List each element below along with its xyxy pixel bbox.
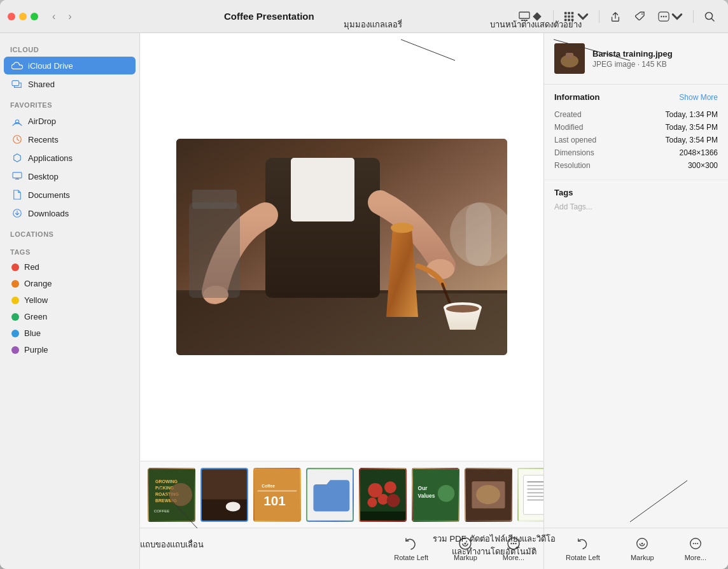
sidebar-item-desktop[interactable]: Desktop [4, 167, 136, 185]
thumbnail-5[interactable] [359, 468, 407, 522]
sidebar-item-purple[interactable]: Purple [4, 342, 136, 358]
search-button[interactable] [699, 8, 720, 25]
tag-label: Blue [24, 328, 41, 338]
group-button[interactable] [559, 8, 594, 25]
svg-text:101: 101 [263, 493, 286, 508]
file-area: GROWING PICKING ROASTING BREWING COFFEE [140, 33, 543, 569]
thumbnail-2[interactable] [200, 468, 248, 522]
svg-point-16 [665, 15, 666, 17]
gallery-view-button[interactable] [514, 8, 548, 25]
thumbnail-8[interactable] [517, 468, 543, 522]
sidebar-item-label: Desktop [28, 172, 59, 181]
share-button[interactable] [605, 8, 626, 25]
tag-label: Purple [24, 345, 48, 355]
sidebar-item-blue[interactable]: Blue [4, 325, 136, 341]
toolbar-right [514, 8, 720, 25]
svg-rect-3 [526, 20, 528, 21]
toolbar-divider [553, 10, 554, 23]
thumbnail-7[interactable] [465, 468, 512, 522]
right-markup-button[interactable]: Markup [624, 532, 661, 565]
svg-point-87 [693, 543, 694, 544]
sidebar-item-documents[interactable]: Documents [4, 186, 136, 204]
thumbnail-6[interactable]: Our Values [412, 468, 459, 522]
svg-rect-46 [202, 499, 247, 520]
info-value-created: Today, 1:34 PM [666, 110, 718, 119]
svg-rect-68 [524, 475, 543, 514]
svg-rect-1 [521, 20, 523, 21]
svg-rect-37 [466, 202, 491, 266]
tags-section-title: Tags [554, 188, 718, 197]
show-more-link[interactable]: Show More [679, 93, 718, 102]
close-button[interactable] [8, 13, 15, 20]
sidebar-item-recents[interactable]: Recents [4, 130, 136, 148]
sidebar-item-orange[interactable]: Orange [4, 276, 136, 292]
rotate-left-button[interactable]: Rotate Left [388, 532, 435, 565]
svg-point-85 [641, 543, 643, 545]
info-row-last-opened: Last opened Today, 3:54 PM [554, 134, 718, 146]
shared-icon [11, 78, 23, 90]
sidebar-item-red[interactable]: Red [4, 259, 136, 275]
sidebar-section-locations: Locations [0, 223, 139, 241]
svg-point-57 [367, 497, 377, 507]
svg-rect-59 [360, 511, 405, 520]
right-more-icon [688, 536, 703, 551]
thumbnail-1[interactable]: GROWING PICKING ROASTING BREWING COFFEE [148, 468, 195, 522]
recents-icon [11, 134, 23, 145]
right-markup-label: Markup [631, 554, 654, 561]
right-rotate-left-button[interactable]: Rotate Left [559, 532, 606, 565]
sidebar-item-label: Documents [28, 190, 70, 200]
chevron-up-down-icon [531, 11, 543, 22]
right-more-button[interactable]: More... [678, 532, 713, 565]
more-actions-label: More... [503, 554, 524, 561]
sidebar-item-yellow[interactable]: Yellow [4, 292, 136, 308]
svg-rect-2 [524, 20, 526, 21]
window-title: Coffee Presentation [30, 11, 508, 22]
gallery-icon [519, 11, 530, 22]
more-icon [658, 11, 669, 22]
sidebar-item-shared[interactable]: Shared [4, 75, 136, 93]
markup-label: Markup [454, 554, 477, 561]
right-more-label: More... [685, 554, 706, 561]
thumbnail-3[interactable]: Coffee 101 [253, 468, 301, 522]
tags-input[interactable]: Add Tags... [554, 202, 718, 211]
svg-point-44 [169, 483, 192, 506]
right-panel-bottom-toolbar: Rotate Left Markup [544, 528, 728, 569]
svg-rect-0 [519, 12, 529, 18]
cloud-icon [11, 60, 23, 71]
file-name: Barista training.jpeg [592, 49, 673, 59]
svg-rect-9 [571, 15, 574, 18]
sidebar-item-green[interactable]: Green [4, 309, 136, 325]
svg-rect-69 [527, 481, 543, 482]
svg-point-79 [513, 543, 514, 544]
preview-area[interactable] [140, 33, 543, 461]
rotate-left-icon [403, 536, 419, 551]
applications-icon [11, 152, 23, 164]
svg-rect-74 [527, 499, 543, 500]
sidebar-item-downloads[interactable]: Downloads [4, 204, 136, 222]
more-button[interactable] [653, 8, 688, 25]
finder-window: ‹ › Coffee Presentation [0, 0, 728, 569]
sidebar-section-icloud: iCloud [0, 38, 139, 56]
more-actions-button[interactable]: More... [496, 532, 531, 565]
tags-button[interactable] [629, 8, 650, 25]
sidebar-item-label: AirDrop [28, 116, 56, 126]
search-icon [704, 11, 715, 22]
svg-text:COFFEE: COFFEE [154, 509, 169, 513]
thumbnail-strip[interactable]: GROWING PICKING ROASTING BREWING COFFEE [140, 461, 543, 528]
main-content: iCloud iCloud Drive Shared [0, 33, 728, 569]
sidebar-item-label: iCloud Drive [28, 61, 73, 71]
svg-rect-71 [527, 488, 543, 489]
sidebar-item-applications[interactable]: Applications [4, 149, 136, 167]
thumbnail-4[interactable] [306, 468, 354, 522]
svg-point-33 [446, 305, 479, 313]
sidebar-item-icloud-drive[interactable]: iCloud Drive [4, 57, 136, 74]
svg-point-78 [510, 543, 512, 544]
markup-button[interactable]: Markup [447, 532, 484, 565]
svg-text:GROWING: GROWING [155, 479, 178, 484]
file-info-header: Barista training.jpeg JPEG image · 145 K… [544, 33, 728, 85]
file-bottom-toolbar: Rotate Left Markup [140, 528, 543, 569]
sidebar-item-airdrop[interactable]: AirDrop [4, 112, 136, 130]
sidebar-item-label: Downloads [28, 209, 69, 218]
minimize-button[interactable] [19, 13, 27, 20]
svg-rect-10 [564, 18, 567, 21]
